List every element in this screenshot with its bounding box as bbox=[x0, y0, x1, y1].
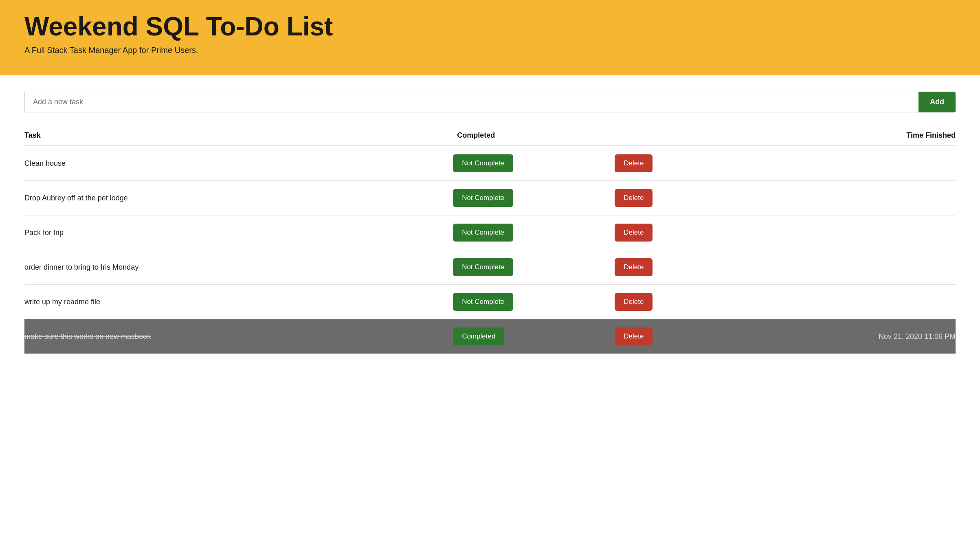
task-time-cell: Nov 21, 2020 11:06 PM bbox=[720, 319, 956, 354]
task-name-cell: Drop Aubrey off at the pet lodge bbox=[24, 181, 453, 215]
add-task-input[interactable] bbox=[24, 92, 918, 112]
add-task-button[interactable]: Add bbox=[918, 92, 956, 112]
col-header-delete bbox=[611, 127, 720, 146]
delete-button[interactable]: Delete bbox=[615, 258, 653, 276]
task-name-cell: Clean house bbox=[24, 146, 453, 181]
not-complete-button[interactable]: Not Complete bbox=[453, 154, 513, 172]
task-delete-cell: Delete bbox=[611, 319, 720, 354]
not-complete-button[interactable]: Not Complete bbox=[453, 189, 513, 207]
task-delete-cell: Delete bbox=[611, 285, 720, 319]
app-title: Weekend SQL To-Do List bbox=[24, 12, 956, 41]
app-subtitle: A Full Stack Task Manager App for Prime … bbox=[24, 46, 956, 55]
col-header-time-finished: Time Finished bbox=[720, 127, 956, 146]
task-time-cell bbox=[720, 250, 956, 285]
task-time-cell bbox=[720, 215, 956, 250]
col-header-task: Task bbox=[24, 127, 453, 146]
main-content: Add Task Completed Time Finished Clean h… bbox=[0, 75, 980, 370]
table-row: Clean houseNot CompleteDelete bbox=[24, 146, 956, 181]
not-complete-button[interactable]: Not Complete bbox=[453, 293, 513, 311]
task-name-cell: Pack for trip bbox=[24, 215, 453, 250]
table-row: write up my readme fileNot CompleteDelet… bbox=[24, 285, 956, 319]
delete-button[interactable]: Delete bbox=[615, 327, 653, 345]
task-time-cell bbox=[720, 146, 956, 181]
task-time-cell bbox=[720, 285, 956, 319]
task-status-cell: Not Complete bbox=[453, 285, 611, 319]
add-task-row: Add bbox=[24, 92, 956, 112]
table-row: make sure this works on new macbookCompl… bbox=[24, 319, 956, 354]
table-row: Drop Aubrey off at the pet lodgeNot Comp… bbox=[24, 181, 956, 215]
not-complete-button[interactable]: Not Complete bbox=[453, 258, 513, 276]
delete-button[interactable]: Delete bbox=[615, 293, 653, 311]
app-header: Weekend SQL To-Do List A Full Stack Task… bbox=[0, 0, 980, 75]
not-complete-button[interactable]: Not Complete bbox=[453, 224, 513, 242]
task-name-cell: make sure this works on new macbook bbox=[24, 319, 453, 354]
table-header-row: Task Completed Time Finished bbox=[24, 127, 956, 146]
task-status-cell: Completed bbox=[453, 319, 611, 354]
task-delete-cell: Delete bbox=[611, 146, 720, 181]
task-time-cell bbox=[720, 181, 956, 215]
delete-button[interactable]: Delete bbox=[615, 154, 653, 172]
table-row: order dinner to bring to Iris MondayNot … bbox=[24, 250, 956, 285]
task-name-cell: order dinner to bring to Iris Monday bbox=[24, 250, 453, 285]
delete-button[interactable]: Delete bbox=[615, 224, 653, 242]
task-name-cell: write up my readme file bbox=[24, 285, 453, 319]
delete-button[interactable]: Delete bbox=[615, 189, 653, 207]
task-status-cell: Not Complete bbox=[453, 146, 611, 181]
task-delete-cell: Delete bbox=[611, 215, 720, 250]
table-row: Pack for tripNot CompleteDelete bbox=[24, 215, 956, 250]
task-delete-cell: Delete bbox=[611, 181, 720, 215]
task-status-cell: Not Complete bbox=[453, 181, 611, 215]
completed-button[interactable]: Completed bbox=[453, 327, 504, 345]
task-delete-cell: Delete bbox=[611, 250, 720, 285]
task-status-cell: Not Complete bbox=[453, 215, 611, 250]
col-header-completed: Completed bbox=[453, 127, 611, 146]
task-status-cell: Not Complete bbox=[453, 250, 611, 285]
task-table: Task Completed Time Finished Clean house… bbox=[24, 127, 956, 354]
